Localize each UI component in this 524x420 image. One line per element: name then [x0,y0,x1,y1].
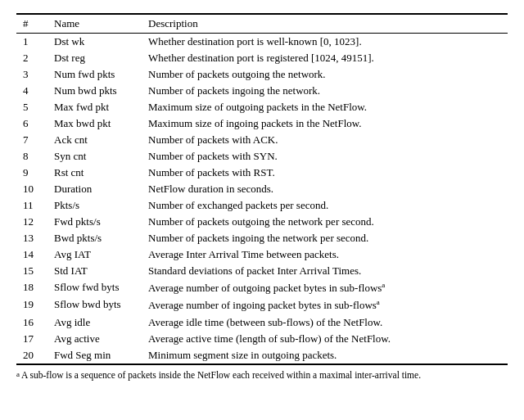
table-row: 5Max fwd pktMaximum size of outgoing pac… [16,99,508,115]
cell-desc: Whether destination port is registered [… [142,50,508,66]
cell-desc: Whether destination port is well-known [… [142,34,508,51]
table-row: 2Dst regWhether destination port is regi… [16,50,508,66]
cell-num: 8 [16,148,47,165]
header-name: Name [47,14,142,34]
cell-desc: Standard deviations of packet Inter Arri… [142,263,508,279]
footnote-superscript: a [16,370,20,380]
table-row: 9Rst cntNumber of packets with RST. [16,165,508,181]
cell-num: 14 [16,246,47,263]
cell-desc: Number of packets with ACK. [142,132,508,148]
cell-num: 4 [16,83,47,99]
cell-name: Dst reg [47,50,142,66]
cell-desc: Average active time (length of sub-flow)… [142,331,508,347]
cell-num: 11 [16,197,47,214]
table-row: 10DurationNetFlow duration in seconds. [16,181,508,197]
cell-desc: Number of packets with RST. [142,165,508,181]
footnote: a A sub-flow is a sequence of packets in… [16,370,508,380]
cell-num: 5 [16,99,47,115]
cell-name: Num fwd pkts [47,66,142,83]
cell-num: 2 [16,50,47,66]
cell-desc: Number of packets outgoing the network. [142,66,508,83]
cell-name: Max fwd pkt [47,99,142,115]
cell-desc: Minimum segment size in outgoing packets… [142,347,508,364]
table-row: 18Sflow fwd bytsAverage number of outgoi… [16,279,508,296]
cell-num: 17 [16,331,47,347]
header-desc: Description [142,14,508,34]
table-row: 1Dst wkWhether destination port is well-… [16,34,508,51]
cell-name: Duration [47,181,142,197]
cell-name: Max bwd pkt [47,115,142,132]
cell-name: Avg idle [47,314,142,331]
cell-desc: NetFlow duration in seconds. [142,181,508,197]
features-table: # Name Description 1Dst wkWhether destin… [16,13,508,365]
table-row: 19Sflow bwd bytsAverage number of ingoin… [16,296,508,314]
cell-num: 15 [16,263,47,279]
table-row: 7Ack cntNumber of packets with ACK. [16,132,508,148]
table-row: 11Pkts/sNumber of exchanged packets per … [16,197,508,214]
table-row: 4Num bwd pktsNumber of packets ingoing t… [16,83,508,99]
table-row: 12Fwd pkts/sNumber of packets outgoing t… [16,214,508,230]
cell-name: Sflow fwd byts [47,279,142,296]
cell-desc: Number of packets ingoing the network. [142,83,508,99]
cell-desc: Number of exchanged packets per second. [142,197,508,214]
header-num: # [16,14,47,34]
cell-desc: Average number of outgoing packet bytes … [142,279,508,296]
cell-desc: Average number of ingoing packet bytes i… [142,296,508,314]
cell-desc: Average idle time (between sub-flows) of… [142,314,508,331]
cell-name: Pkts/s [47,197,142,214]
cell-num: 16 [16,314,47,331]
cell-desc: Number of packets with SYN. [142,148,508,165]
cell-desc: Maximum size of outgoing packets in the … [142,99,508,115]
cell-desc: Maximum size of ingoing packets in the N… [142,115,508,132]
footnote-ref: a [377,298,380,306]
table-row: 13Bwd pkts/sNumber of packets ingoing th… [16,230,508,246]
cell-desc: Number of packets outgoing the network p… [142,214,508,230]
cell-desc: Number of packets ingoing the network pe… [142,230,508,246]
cell-name: Bwd pkts/s [47,230,142,246]
table-row: 8Syn cntNumber of packets with SYN. [16,148,508,165]
cell-name: Dst wk [47,34,142,51]
footnote-ref: a [382,281,385,289]
table-row: 6Max bwd pktMaximum size of ingoing pack… [16,115,508,132]
cell-num: 13 [16,230,47,246]
cell-name: Rst cnt [47,165,142,181]
cell-name: Ack cnt [47,132,142,148]
cell-name: Num bwd pkts [47,83,142,99]
cell-num: 20 [16,347,47,364]
cell-num: 10 [16,181,47,197]
cell-num: 9 [16,165,47,181]
cell-num: 1 [16,34,47,51]
cell-name: Avg IAT [47,246,142,263]
table-row: 14Avg IATAverage Inter Arrival Time betw… [16,246,508,263]
cell-name: Sflow bwd byts [47,296,142,314]
table-row: 15Std IATStandard deviations of packet I… [16,263,508,279]
table-row: 20Fwd Seg minMinimum segment size in out… [16,347,508,364]
table-row: 16Avg idleAverage idle time (between sub… [16,314,508,331]
table-row: 17Avg activeAverage active time (length … [16,331,508,347]
table-row: 3Num fwd pktsNumber of packets outgoing … [16,66,508,83]
cell-name: Syn cnt [47,148,142,165]
cell-name: Fwd pkts/s [47,214,142,230]
footnote-text: A sub-flow is a sequence of packets insi… [21,370,421,380]
cell-num: 18 [16,279,47,296]
cell-num: 19 [16,296,47,314]
cell-num: 3 [16,66,47,83]
cell-num: 7 [16,132,47,148]
cell-num: 12 [16,214,47,230]
cell-name: Fwd Seg min [47,347,142,364]
cell-name: Std IAT [47,263,142,279]
cell-num: 6 [16,115,47,132]
cell-name: Avg active [47,331,142,347]
cell-desc: Average Inter Arrival Time between packe… [142,246,508,263]
